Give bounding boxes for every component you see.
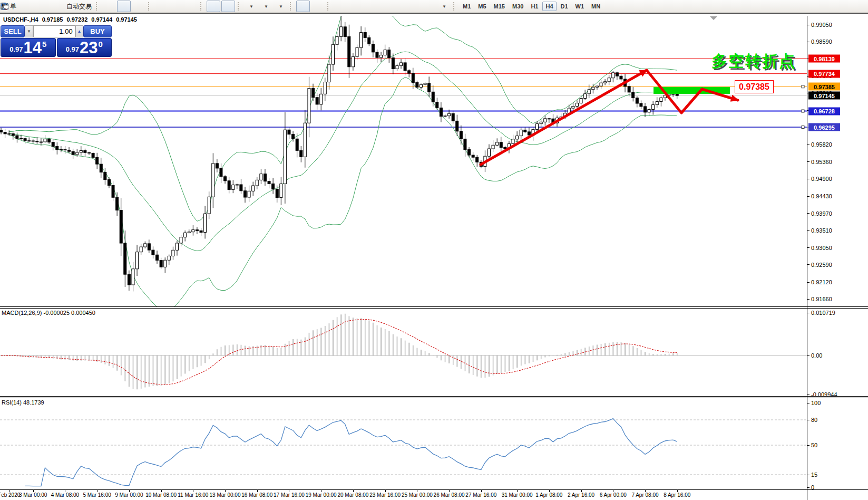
axis-tick (807, 475, 810, 475)
chart-ohlc-header: USDCHF-,H4 0.97185 0.97232 0.97144 0.971… (3, 16, 139, 23)
time-label: 26 Mar 08:00 (434, 492, 465, 498)
axis-tick (807, 145, 810, 145)
buy-price-display[interactable]: 0.97 23 0 (57, 38, 112, 57)
toolbar-separator (238, 2, 241, 11)
vertical-line-tool[interactable] (334, 1, 347, 12)
ohlc-low: 0.97144 (91, 16, 112, 23)
timeframe-w1[interactable]: W1 (572, 2, 588, 11)
timeframe-h4[interactable]: H4 (542, 2, 556, 11)
time-label: 27 Mar 16:00 (465, 492, 496, 498)
toolbar-right (834, 1, 868, 12)
rsi-level-lines (0, 420, 807, 475)
time-label: 9 Mar 00:00 (115, 492, 143, 498)
price-tick-label: 0.93050 (811, 245, 832, 251)
volume-increase-button[interactable]: ▲ (75, 25, 83, 37)
periods-button[interactable]: ▼ (259, 1, 272, 12)
time-label: 13 Mar 00:00 (210, 492, 241, 498)
search-button[interactable] (835, 1, 849, 12)
price-badge-0.97145: 0.97145 (808, 92, 840, 100)
rsi-panel[interactable]: RSI(14) 48.1739 (0, 398, 807, 489)
timeframe-m5[interactable]: M5 (475, 2, 489, 11)
macd-signal-line (1, 320, 677, 385)
chart-shift-marker[interactable] (710, 16, 717, 20)
time-label: 1 Apr 08:00 (535, 492, 562, 498)
line-chart-mode-button[interactable] (132, 1, 145, 12)
toolbar-separator (327, 2, 331, 11)
price-tick-label: 0.98590 (811, 39, 832, 45)
history-icon[interactable] (19, 1, 33, 12)
time-label: 3 Mar 00:00 (19, 492, 47, 498)
volume-input[interactable] (33, 25, 75, 37)
price-badge-0.97734: 0.97734 (808, 70, 840, 78)
timeframe-row: M1M5M15M30H1H4D1W1MN (459, 2, 604, 11)
arrows-tool[interactable]: ▼ (437, 1, 451, 12)
toolbar-separator (453, 2, 457, 11)
price-tick-label: 0.93510 (811, 227, 832, 234)
axis-tick (807, 313, 810, 313)
trendline-tool[interactable] (363, 1, 377, 12)
price-tick-label: 0.93970 (811, 210, 832, 217)
one-click-trading-panel: SELL ▼ ▲ BUY 0.97 14 5 0.97 23 0 (1, 25, 112, 57)
profile-button[interactable] (34, 1, 47, 12)
indicators-button[interactable]: ▼ (244, 1, 258, 12)
sell-price-sup: 5 (42, 39, 46, 49)
crosshair-tool-button[interactable] (311, 1, 325, 12)
top-toolbar: 订单 自动交易 (0, 0, 868, 13)
chart-shift-button[interactable] (221, 1, 235, 12)
macd-panel[interactable]: MACD(12,26,9) -0.000025 0.000450 (0, 309, 807, 396)
time-axis[interactable]: Feb 20203 Mar 00:004 Mar 08:005 Mar 16:0… (0, 489, 868, 500)
sell-price-display[interactable]: 0.97 14 5 (1, 38, 56, 57)
chat-button[interactable] (850, 1, 863, 12)
toolbar-separator (200, 2, 204, 11)
bar-chart-mode-button[interactable] (102, 1, 116, 12)
price-badge-0.96728: 0.96728 (808, 107, 840, 115)
equidistant-channel-tool[interactable]: E (378, 1, 392, 12)
time-label: 2 Apr 16:00 (568, 492, 594, 498)
zoom-in-button[interactable] (154, 1, 168, 12)
buy-button[interactable]: BUY (83, 25, 112, 37)
main-price-chart[interactable]: 多空转折点 多空转折点 (0, 16, 807, 306)
timeframe-mn[interactable]: MN (588, 2, 603, 11)
price-axis[interactable]: 0.990500.985900.981300.976700.972100.967… (807, 16, 868, 500)
fibonacci-tool[interactable]: F (393, 1, 406, 12)
toolbar-separator (148, 2, 152, 11)
axis-tick (807, 230, 810, 231)
text-label-tool[interactable]: T (422, 1, 436, 12)
price-tick-label: 0.91660 (811, 296, 832, 302)
horizontal-line-tool[interactable] (348, 1, 362, 12)
toolbar-separator (96, 2, 100, 11)
timeframe-h1[interactable]: H1 (528, 2, 541, 11)
annotation-text: 多空转折点 (711, 52, 796, 70)
text-tool[interactable]: A (407, 1, 421, 12)
timeframe-m30[interactable]: M30 (509, 2, 526, 11)
auto-scroll-button[interactable] (207, 1, 220, 12)
symbol-title: USDCHF-,H4 (3, 16, 38, 23)
templates-button[interactable]: ▼ (274, 1, 287, 12)
axis-tick (807, 179, 810, 179)
time-label: 6 Apr 00:00 (600, 492, 627, 498)
tile-windows-button[interactable] (184, 1, 198, 12)
axis-tick (807, 487, 810, 488)
signals-button[interactable] (48, 1, 62, 12)
volume-decrease-button[interactable]: ▼ (25, 25, 33, 37)
cursor-tool-button[interactable] (296, 1, 310, 12)
sell-button[interactable]: SELL (1, 25, 25, 37)
one-click-top-row: SELL ▼ ▲ BUY (1, 25, 112, 37)
ohlc-high: 0.97232 (67, 16, 88, 23)
time-label: 7 Apr 08:00 (631, 492, 658, 498)
candle-chart-mode-button[interactable] (117, 1, 131, 12)
time-label: 31 Mar 00:00 (502, 492, 533, 498)
zoom-out-button[interactable] (169, 1, 183, 12)
time-label: 8 Apr 16:00 (664, 492, 690, 498)
axis-tick (807, 395, 810, 395)
time-label: 11 Mar 16:00 (178, 492, 208, 498)
macd-axis-label: 0.010719 (811, 310, 835, 316)
timeframe-m15[interactable]: M15 (491, 2, 508, 11)
timeframe-d1[interactable]: D1 (558, 2, 571, 11)
price-badge-0.96295: 0.96295 (808, 123, 840, 131)
axis-tick (807, 403, 810, 403)
rsi-label: RSI(14) 48.1739 (2, 399, 44, 406)
time-label: 4 Mar 08:00 (51, 492, 79, 498)
autotrading-button[interactable]: 自动交易 (63, 1, 93, 12)
timeframe-m1[interactable]: M1 (460, 2, 474, 11)
